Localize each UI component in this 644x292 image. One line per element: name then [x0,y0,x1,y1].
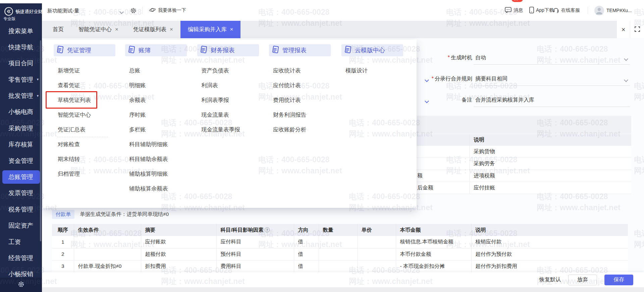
sidebar-item-3[interactable]: 零售管理▼ [0,73,42,86]
sidebar-item-8[interactable]: 资金管理 [0,154,42,167]
menu-item[interactable]: 明细账 [125,78,194,93]
tab-bar: 首页智能凭证中心×凭证模版列表×编辑采购并入库× [42,21,644,38]
user-name[interactable]: TEMP#Xu... [606,8,632,13]
column-divider [470,158,470,170]
sidebar-item-12[interactable]: 固定资产 [0,219,42,232]
table-cell: 核销信息.本币核销金额 [396,236,471,248]
messages-button[interactable]: 消息 99+ [505,0,523,21]
sidebar-item-2[interactable]: 项目合同 [0,57,42,70]
table-row[interactable]: 1应付账款应付科目借核销信息.本币核销金额核销应付款 [52,236,628,248]
voucher-management-icon [56,45,64,55]
management-report-icon [271,45,280,55]
sidebar-item-0[interactable]: 搜索菜单 [0,24,42,38]
menu-item[interactable]: 总账 [125,63,194,78]
menu-item[interactable]: 查看凭证 [54,78,122,93]
close-icon[interactable]: × [115,26,118,33]
restore-default-link[interactable]: 恢复默认 [539,276,561,283]
sidebar-item-5[interactable]: 小畅电商 [0,105,42,119]
merge-rule-select[interactable]: 摘要科目相同 [475,75,507,82]
select-chevron-down-icon[interactable] [625,77,628,83]
menu-section-header: 财务报表 [197,44,259,56]
menu-item[interactable]: 资产负债表 [197,63,266,78]
avatar[interactable] [594,6,604,17]
select-chevron-down-icon[interactable] [625,56,628,62]
menu-item[interactable]: 序时账 [125,108,194,122]
help-icon[interactable]: ? [265,227,270,232]
tab-1[interactable]: 智能凭证中心× [71,21,126,38]
sidebar-item-10[interactable]: 发票管理 [0,186,42,200]
column-header: 单价 [357,224,396,236]
sidebar-item-label: 项目合同 [8,59,33,67]
sidebar-item-13[interactable]: 工资 [0,235,42,248]
fullscreen-button[interactable] [630,21,644,38]
menu-item[interactable]: 凭证汇总表 [54,122,122,137]
app-download-button[interactable]: App下载 [529,0,554,21]
payment-voucher-tag[interactable]: 付款单 [52,210,74,219]
menu-item[interactable]: 辅助核算明细账 [125,167,194,181]
tab-0[interactable]: 首页 [45,21,71,38]
menu-item[interactable]: 智能凭证中心 [54,108,122,122]
menu-item[interactable]: 模版设计 [341,63,410,78]
table-cell [357,248,396,260]
table-cell [319,236,357,248]
tab-label: 智能凭证中心 [78,26,112,33]
menu-item[interactable]: 期末结转 [54,152,122,167]
account-name[interactable]: 新功能测试-量 [47,8,79,14]
sidebar-item-label: 固定资产 [8,221,33,230]
menu-item[interactable]: 利润表 [197,78,266,93]
remark-input[interactable]: 合并流程采购核算并入库 [475,97,534,104]
menu-item[interactable]: 利润表季报 [197,93,266,108]
tab-3[interactable]: 编辑采购并入库× [180,21,240,38]
menu-section-header: 凭证管理 [54,44,115,56]
divider [588,7,588,14]
app-window: 新功能测试-量 我要体验一下 消息 99+ App下载 在线客服 TEMP#Xu… [0,0,644,292]
table-cell [74,248,141,260]
menu-item[interactable]: 对账检查 [54,137,122,152]
input-underline [474,64,630,65]
brand-edition-label: 专业版 [3,16,15,22]
table-row[interactable]: 3付款单.现金折扣≠0折扣费用费用科目借- 本币现金折扣分摊超付作为折扣费用 [52,260,628,272]
menu-item[interactable]: 草稿凭证列表 [54,93,122,108]
close-all-tabs-button[interactable]: × [616,21,630,38]
menu-item[interactable]: 财务利润报告 [269,108,338,122]
save-button[interactable]: 保存 [604,275,633,285]
table-cell: 核销应付款 [471,236,628,248]
gen-timing-select[interactable]: 自动 [475,54,486,61]
sidebar-item-4[interactable]: 批发管理▼ [0,89,42,103]
menu-item[interactable]: 现金流量表季报 [197,122,266,137]
close-icon[interactable]: × [230,26,233,33]
close-icon[interactable]: × [170,26,173,33]
sidebar-item-6[interactable]: 采购管理 [0,121,42,135]
menu-section-header: 云模版中心 [341,44,403,56]
discard-button[interactable]: 放弃 [568,275,597,285]
menu-item[interactable]: 科目辅助余额表 [125,152,194,167]
menu-item[interactable]: 应收统计表 [269,63,338,78]
table-cell: 应付科目 [216,236,294,248]
menu-item[interactable]: 费用统计表 [269,93,338,108]
settings-gear-icon[interactable] [130,7,137,15]
menu-item[interactable]: 归档管理 [54,167,122,181]
tab-label: 首页 [53,26,64,33]
menu-item[interactable]: 辅助核算余额表 [125,181,194,196]
table-row[interactable]: 2超额付款预付科目借本币付款金额超付作为预付款 [52,248,628,260]
table-cell: 本币付款金额 [396,248,471,260]
sidebar-item-7[interactable]: 库存核算 [0,138,42,151]
sidebar-item-11[interactable]: 税务管理 [0,202,42,216]
sidebar-item-1[interactable]: 快捷导航 [0,40,42,54]
menu-item[interactable]: 科目辅助明细账 [125,137,194,152]
account-chevron-down-icon[interactable] [120,9,123,15]
menu-item[interactable]: 现金流量表 [197,108,266,122]
financial-report-icon [199,45,208,55]
sidebar-scrollbar[interactable] [40,40,41,241]
settings-gear-icon[interactable] [18,281,24,289]
menu-item[interactable]: 新增凭证 [54,63,122,78]
experience-link[interactable]: 我要体验一下 [149,0,186,21]
menu-item[interactable]: 多栏账 [125,122,194,137]
menu-item[interactable]: 余额表 [125,93,194,108]
online-service-button[interactable]: 在线客服 [553,0,580,21]
sidebar-item-14[interactable]: 经营管理 [0,251,42,265]
menu-item[interactable]: 应付统计表 [269,78,338,93]
sidebar-item-9[interactable]: 总账管理 [2,170,40,184]
menu-item[interactable]: 应收账龄分析 [269,122,338,137]
tab-2[interactable]: 凭证模版列表× [126,21,180,38]
